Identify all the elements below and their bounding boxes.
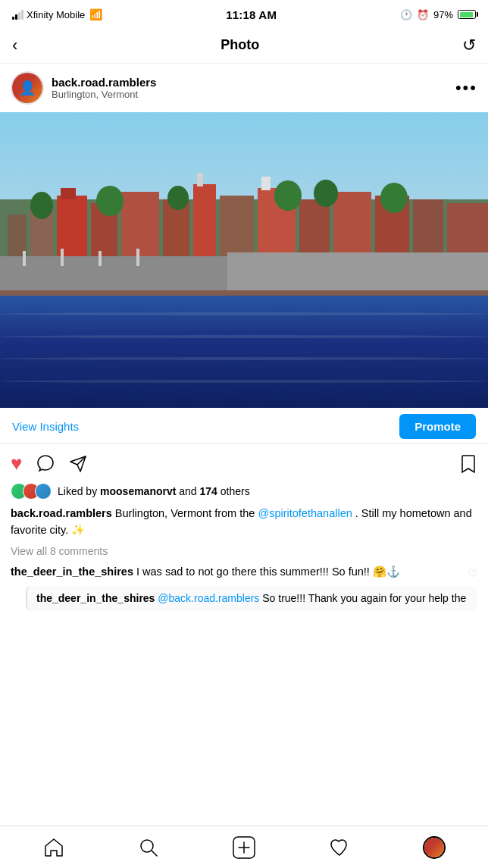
comment-item: the_deer_in_the_shires I was sad to not …: [0, 562, 488, 584]
promote-button[interactable]: Promote: [399, 414, 476, 439]
svg-point-20: [167, 186, 189, 210]
tab-search[interactable]: [127, 826, 170, 869]
svg-rect-24: [0, 256, 227, 290]
svg-rect-29: [136, 249, 139, 266]
clock-icon: 🕐: [400, 9, 412, 20]
signal-icon: [12, 9, 23, 20]
user-avatar[interactable]: 👤: [11, 71, 44, 105]
action-row: View Insights Promote: [0, 408, 488, 444]
tab-profile[interactable]: [413, 826, 455, 869]
caption: back.road.ramblers Burlington, Vermont f…: [0, 504, 488, 544]
comment-body: I was sad to not go there this summer!!!…: [136, 566, 400, 578]
view-comments-button[interactable]: View all 8 comments: [0, 544, 488, 562]
caption-username[interactable]: back.road.ramblers: [11, 507, 112, 519]
svg-rect-28: [99, 251, 102, 266]
water-ripple: [0, 380, 488, 383]
heart-icon: [329, 837, 350, 858]
caption-mention[interactable]: @spiritofethanallen: [258, 507, 352, 519]
battery-percent: 97%: [433, 9, 453, 20]
nested-comment-body: So true!!! Thank you again for your help…: [262, 592, 466, 604]
svg-point-19: [96, 186, 124, 216]
svg-rect-9: [197, 173, 203, 186]
nav-title: Photo: [221, 37, 259, 53]
tab-home[interactable]: [33, 826, 75, 869]
svg-rect-12: [261, 177, 271, 190]
interaction-icons-left: ♥: [11, 452, 87, 475]
nested-comment-mention[interactable]: @back.road.ramblers: [158, 592, 259, 604]
interaction-row: ♥: [0, 444, 488, 480]
nested-comment-username[interactable]: the_deer_in_the_shires: [36, 592, 155, 604]
svg-point-21: [274, 180, 302, 211]
liked-by-text[interactable]: Liked by moosemanorvt and 174 others: [58, 485, 250, 497]
post-user-info[interactable]: 👤 back.road.ramblers Burlington, Vermont: [11, 71, 156, 105]
water: [0, 296, 488, 408]
status-bar: Xfinity Mobile 📶 11:18 AM 🕐 ⏰ 97%: [0, 0, 488, 27]
back-button[interactable]: ‹: [12, 37, 17, 54]
liked-by-username[interactable]: moosemanorvt: [100, 485, 176, 497]
svg-point-18: [30, 192, 53, 219]
search-icon: [138, 837, 159, 858]
svg-line-31: [152, 851, 158, 856]
view-insights-button[interactable]: View Insights: [12, 420, 79, 433]
nested-comment: the_deer_in_the_shires @back.road.ramble…: [26, 586, 477, 611]
like-button[interactable]: ♥: [11, 452, 22, 475]
liked-avatar-3: [35, 483, 52, 500]
liked-by-count: 174: [200, 485, 217, 497]
comment-heart-button[interactable]: ♡: [468, 566, 477, 581]
svg-point-22: [314, 180, 338, 207]
comment-button[interactable]: [36, 454, 55, 474]
svg-point-23: [380, 183, 408, 213]
bookmark-button[interactable]: [459, 454, 477, 474]
svg-rect-4: [61, 188, 76, 199]
comment-username[interactable]: the_deer_in_the_shires: [11, 566, 133, 578]
tab-add[interactable]: [223, 826, 265, 869]
svg-point-30: [141, 840, 153, 852]
tab-heart[interactable]: [318, 826, 361, 869]
home-icon: [43, 837, 64, 858]
svg-rect-25: [227, 252, 488, 290]
location: Burlington, Vermont: [52, 89, 156, 100]
water-ripple: [0, 357, 488, 360]
wifi-icon: 📶: [89, 8, 102, 20]
more-options-button[interactable]: •••: [455, 78, 477, 98]
add-icon: [233, 836, 255, 859]
tab-bar: [0, 826, 488, 868]
svg-rect-26: [23, 251, 26, 266]
share-button[interactable]: [69, 455, 87, 473]
status-time: 11:18 AM: [226, 8, 277, 21]
water-ripple: [0, 335, 488, 338]
post-header: 👤 back.road.ramblers Burlington, Vermont…: [0, 64, 488, 112]
nav-bar: ‹ Photo ↺: [0, 27, 488, 64]
comment-text: the_deer_in_the_shires I was sad to not …: [11, 564, 468, 581]
status-right: 🕐 ⏰ 97%: [400, 9, 476, 20]
alarm-icon: ⏰: [417, 9, 429, 20]
carrier-label: Xfinity Mobile: [27, 9, 85, 20]
username[interactable]: back.road.ramblers: [52, 76, 156, 89]
liked-by-row: Liked by moosemanorvt and 174 others: [0, 480, 488, 504]
water-ripple: [0, 312, 488, 315]
profile-avatar[interactable]: [423, 836, 446, 859]
city-skyline-svg: [0, 127, 488, 302]
status-left: Xfinity Mobile 📶: [12, 8, 102, 20]
caption-text: Burlington, Vermont from the: [112, 507, 258, 519]
user-details: back.road.ramblers Burlington, Vermont: [52, 76, 156, 100]
post-image: [0, 112, 488, 408]
liked-avatars: [11, 483, 52, 500]
battery-icon: [458, 10, 476, 19]
refresh-button[interactable]: ↺: [462, 36, 476, 55]
svg-rect-27: [61, 249, 64, 266]
